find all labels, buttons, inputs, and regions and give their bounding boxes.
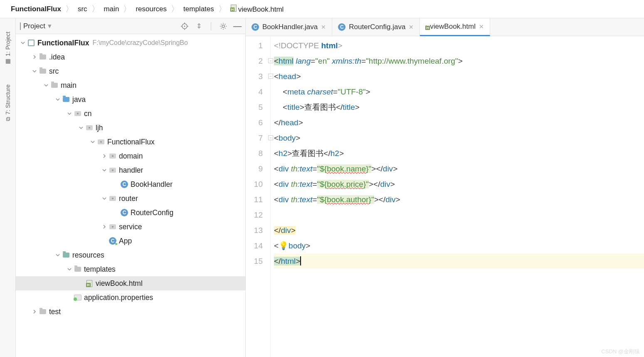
line-number: 9 [247,161,263,176]
project-tool-tab[interactable]: ▦ 1: Project [0,28,15,69]
code-line[interactable]: </html> [274,253,644,269]
close-icon[interactable]: ✕ [479,23,484,30]
tree-item[interactable]: src [16,64,245,78]
editor-panel: CBookHandler.java✕CRouterConfig.java✕vie… [246,18,644,357]
breadcrumb-item[interactable]: src [75,4,90,14]
class-run-icon: C▸ [108,237,117,245]
code-line[interactable]: <title>查看图书</title> [274,99,644,115]
chevron-right-icon[interactable] [101,154,108,158]
tree-item[interactable]: application.properties [16,290,245,305]
tree-item[interactable]: resources [16,248,245,262]
tree-item[interactable]: .idea [16,50,245,64]
breadcrumb-item[interactable]: templates [181,4,217,14]
tree-item-label: handler [119,166,143,175]
code-line[interactable]: </head> [274,115,644,130]
project-tree[interactable]: FunctionalFluxF:\myCode\crazyCode\Spring… [16,34,245,357]
project-panel-header: Project ▾ ⇕ — [16,18,245,34]
tree-item[interactable]: router [16,191,245,206]
code-line[interactable]: −<body> [274,130,644,146]
tree-item-label: router [119,194,138,203]
chevron-right-icon[interactable] [31,310,38,314]
chevron-down-icon[interactable] [101,168,108,172]
code-line[interactable]: <💡body> [274,238,644,253]
dropdown-arrow-icon[interactable]: ▾ [48,22,52,30]
tree-item-label: test [49,307,61,316]
fold-icon[interactable]: − [268,135,273,140]
tree-item[interactable]: FunctionalFluxF:\myCode\crazyCode\Spring… [16,36,245,50]
line-number: 6 [247,115,263,130]
fold-icon[interactable]: − [268,58,273,63]
tree-item[interactable]: FunctionalFlux [16,135,245,149]
line-number: 8 [247,146,263,161]
tool-window-bar: ▦ 1: Project ⧉ 7: Structure [0,18,16,357]
tree-item[interactable]: ljh [16,121,245,135]
tree-item[interactable]: CBookHandler [16,177,245,191]
tree-item-label: application.properties [84,293,153,302]
tree-item-label: viewBook.html [96,279,143,288]
chevron-down-icon[interactable] [42,83,50,87]
gear-icon[interactable] [220,22,227,30]
breadcrumb-separator: 〉 [65,3,74,15]
tree-item[interactable]: cn [16,107,245,121]
breadcrumb-item[interactable]: FunctionalFlux [8,4,64,14]
code-line[interactable] [274,207,644,223]
class-icon: C [338,23,345,31]
tree-item[interactable]: domain [16,149,245,163]
chevron-right-icon[interactable] [101,225,108,229]
code-line[interactable]: <div th:text="${book.price}"></div> [274,176,644,192]
close-icon[interactable]: ✕ [409,24,414,30]
chevron-down-icon[interactable] [101,196,108,201]
target-icon[interactable] [181,22,188,30]
breadcrumb-item[interactable]: viewBook.html [228,4,286,15]
tree-item[interactable]: service [16,220,245,234]
chevron-down-icon[interactable] [66,267,73,271]
project-panel-title[interactable]: Project [23,22,45,30]
structure-tool-tab[interactable]: ⧉ 7: Structure [0,81,15,124]
code-line[interactable]: −<head> [274,69,644,84]
code-area[interactable]: <!DOCTYPE html>−<html lang="en" xmlns:th… [271,36,644,357]
pkg-icon [108,196,117,201]
tree-item-label: java [72,95,86,104]
tree-item-label: ljh [96,124,103,132]
fold-icon[interactable]: − [268,74,273,79]
tree-item-label: RouterConfig [131,208,173,217]
editor-tab[interactable]: CRouterConfig.java✕ [332,18,420,36]
chevron-down-icon[interactable] [31,69,38,73]
code-line[interactable]: </div> [274,223,644,238]
chevron-down-icon[interactable] [19,41,27,45]
code-line[interactable]: <h2>查看图书</h2> [274,146,644,161]
chevron-right-icon[interactable] [31,55,38,59]
code-line[interactable]: <div th:text="${book.author}"></div> [274,192,644,207]
code-line[interactable]: <meta charset="UTF-8"> [274,84,644,99]
editor-tab-label: RouterConfig.java [349,23,405,31]
chevron-down-icon[interactable] [54,253,62,257]
tree-item[interactable]: main [16,78,245,92]
hide-icon[interactable]: — [234,22,241,30]
line-number: 7 [247,130,263,146]
tree-item-label: templates [84,265,116,274]
expand-collapse-icon[interactable]: ⇕ [195,22,202,30]
chevron-down-icon[interactable] [54,97,62,102]
tree-item[interactable]: CRouterConfig [16,206,245,220]
chevron-down-icon[interactable] [77,126,85,130]
breadcrumb: FunctionalFlux〉src〉main〉resources〉templa… [0,0,644,18]
breadcrumb-item[interactable]: resources [133,4,169,14]
editor-body[interactable]: 123456789101112131415 <!DOCTYPE html>−<h… [246,36,644,357]
tree-item[interactable]: java [16,92,245,107]
breadcrumb-separator: 〉 [123,3,131,15]
line-number: 10 [247,176,263,192]
editor-tab[interactable]: viewBook.html✕ [420,18,490,36]
code-line[interactable]: <!DOCTYPE html> [274,38,644,53]
chevron-down-icon[interactable] [89,140,96,144]
code-line[interactable]: <div th:text="${book.name}"></div> [274,161,644,176]
editor-tab[interactable]: CBookHandler.java✕ [246,18,332,36]
code-line[interactable]: −<html lang="en" xmlns:th="http://www.th… [274,53,644,69]
chevron-down-icon[interactable] [66,112,73,116]
close-icon[interactable]: ✕ [321,24,326,30]
tree-item[interactable]: C▸App [16,234,245,248]
tree-item[interactable]: test [16,305,245,319]
tree-item[interactable]: handler [16,163,245,177]
tree-item[interactable]: templates [16,262,245,276]
breadcrumb-item[interactable]: main [101,4,122,14]
tree-item[interactable]: viewBook.html [16,276,245,290]
